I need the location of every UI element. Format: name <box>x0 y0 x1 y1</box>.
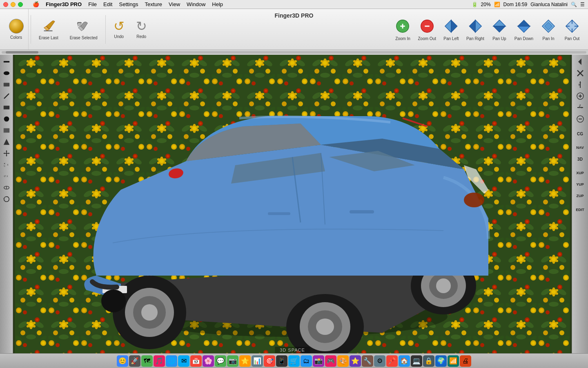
menubar-settings[interactable]: Settings <box>116 0 141 9</box>
tool-rect-outline[interactable] <box>1 125 12 136</box>
dock-iphone[interactable]: 📱 <box>276 355 287 367</box>
dock-game[interactable]: 🎮 <box>325 355 336 367</box>
dock-messages[interactable]: 💬 <box>215 355 226 367</box>
svg-rect-87 <box>268 212 290 215</box>
erase-last-button[interactable]: Erase Last <box>33 9 64 49</box>
pan-right-button[interactable]: Pan Right <box>463 17 488 42</box>
zoom-out-icon <box>419 18 436 35</box>
rt-3d[interactable]: 3D <box>573 154 588 164</box>
dock-world[interactable]: 🌍 <box>435 355 447 367</box>
list-icon[interactable]: ☰ <box>580 2 585 7</box>
dock-prefs[interactable]: ⚙ <box>374 355 385 367</box>
scrollbar-area[interactable] <box>0 50 588 55</box>
rt-xup[interactable]: XUP <box>573 168 588 178</box>
rt-zup[interactable]: ZUP <box>573 191 588 201</box>
rt-cg[interactable]: CG <box>573 128 588 139</box>
tool-move[interactable] <box>1 148 12 159</box>
menubar-help[interactable]: Help <box>209 0 226 9</box>
dock-home[interactable]: 🏠 <box>399 355 410 367</box>
dock-security[interactable]: 🔒 <box>423 355 434 367</box>
dock-mail[interactable]: ✉ <box>178 355 189 367</box>
tool-triangle[interactable] <box>1 137 12 147</box>
dock-printer[interactable]: 🖨 <box>460 355 471 367</box>
dock-laptop[interactable]: 💻 <box>411 355 422 367</box>
app-title: Finger3D PRO <box>275 12 314 19</box>
tool-rotate-xyz[interactable]: ✕ ↻ X <box>1 159 12 170</box>
dock-facetime[interactable]: 📷 <box>227 355 238 367</box>
rt-arrow-left[interactable] <box>573 56 588 67</box>
rt-yup[interactable]: YUP <box>573 179 588 190</box>
tool-brush-flat[interactable] <box>1 56 12 67</box>
dock-safari[interactable]: 🌐 <box>166 355 177 367</box>
dock-tools[interactable]: 🔧 <box>362 355 373 367</box>
rt-nav[interactable]: NAV <box>573 142 588 153</box>
tool-circle[interactable] <box>1 114 12 124</box>
canvas-area[interactable]: 3D SPACE <box>13 55 572 353</box>
minimize-button[interactable] <box>11 2 16 7</box>
svg-marker-95 <box>579 81 581 83</box>
rt-edit[interactable]: EDIT <box>573 204 588 215</box>
dock-files[interactable]: 🗂 <box>301 355 312 367</box>
redo-button[interactable]: ↻ Redo <box>130 9 153 49</box>
undo-button[interactable]: ↺ Undo <box>108 9 130 49</box>
svg-text:X: X <box>7 175 8 177</box>
pan-up-button[interactable]: Pan Up <box>488 17 511 42</box>
dock-maps[interactable]: 🗺 <box>141 355 153 367</box>
zoom-in-button[interactable]: Zoom In <box>391 17 414 42</box>
dock-signal[interactable]: 📶 <box>448 355 459 367</box>
menubar: 🍎 Finger3D PRO File Edit Settings Textur… <box>0 0 588 9</box>
svg-text:✕: ✕ <box>3 163 5 165</box>
rt-axis-z[interactable]: Z <box>573 102 588 113</box>
dock-photos[interactable]: 🌸 <box>203 355 214 367</box>
menubar-view[interactable]: View <box>165 0 183 9</box>
dock-art[interactable]: 🎨 <box>337 355 349 367</box>
dock-launchpad[interactable]: 🚀 <box>129 355 140 367</box>
maximize-button[interactable] <box>18 2 23 7</box>
svg-rect-25 <box>3 61 9 63</box>
close-button[interactable] <box>3 2 8 7</box>
erase-selected-button[interactable]: ERASE Erase Selected <box>64 9 103 49</box>
search-icon[interactable]: 🔍 <box>571 2 577 7</box>
scrollbar-thumb[interactable] <box>6 51 38 54</box>
tool-brush-oval[interactable] <box>1 68 12 79</box>
dock-camera[interactable]: 📸 <box>313 355 324 367</box>
dock-keynote[interactable]: 📊 <box>252 355 263 367</box>
dock-star2[interactable]: ⭐ <box>350 355 361 367</box>
sep2 <box>105 15 106 44</box>
rt-minus-circle[interactable] <box>573 114 588 124</box>
pan-left-button[interactable]: Pan Left <box>439 17 463 42</box>
rt-cross-x[interactable] <box>573 68 588 79</box>
dock-reminders[interactable]: 🎯 <box>264 355 275 367</box>
tool-rotate-y[interactable] <box>1 182 12 193</box>
battery-icon: 🔋 <box>472 2 478 7</box>
tool-rotate-xz[interactable]: ↺ X <box>1 171 12 182</box>
dock-finder[interactable]: 😊 <box>117 355 128 367</box>
dock-pin[interactable]: 📌 <box>386 355 398 367</box>
zoom-out-button[interactable]: Zoom Out <box>414 17 439 42</box>
color-picker[interactable] <box>9 19 24 34</box>
dock-itunes[interactable]: 🎵 <box>154 355 165 367</box>
tool-fill[interactable] <box>1 102 12 113</box>
tool-rotate-z[interactable] <box>1 194 12 204</box>
svg-point-30 <box>4 117 9 122</box>
colors-label: Colors <box>10 35 22 40</box>
dock-reeder[interactable]: ⭐ <box>239 355 251 367</box>
pan-out-button[interactable]: Pan Out <box>560 17 584 42</box>
menubar-edit[interactable]: Edit <box>100 0 116 9</box>
svg-line-28 <box>4 94 9 99</box>
dock-store[interactable]: 🛒 <box>288 355 300 367</box>
menubar-texture[interactable]: Texture <box>141 0 165 9</box>
scrollbar-track[interactable] <box>2 51 586 54</box>
right-toolbar: Y Z CG NAV <box>572 55 588 353</box>
tool-brush-rect[interactable] <box>1 79 12 90</box>
rt-plus-circle[interactable] <box>573 91 588 101</box>
tool-pen[interactable] <box>1 91 12 101</box>
pan-in-button[interactable]: Pan In <box>537 17 560 42</box>
menubar-file[interactable]: File <box>85 0 100 9</box>
menubar-apple[interactable]: 🍎 <box>29 0 42 9</box>
pan-down-button[interactable]: Pan Down <box>511 17 537 42</box>
rt-axis-y[interactable]: Y <box>573 79 588 90</box>
menubar-appname[interactable]: Finger3D PRO <box>42 0 85 9</box>
dock-calendar[interactable]: 📅 <box>190 355 202 367</box>
menubar-window[interactable]: Window <box>183 0 209 9</box>
